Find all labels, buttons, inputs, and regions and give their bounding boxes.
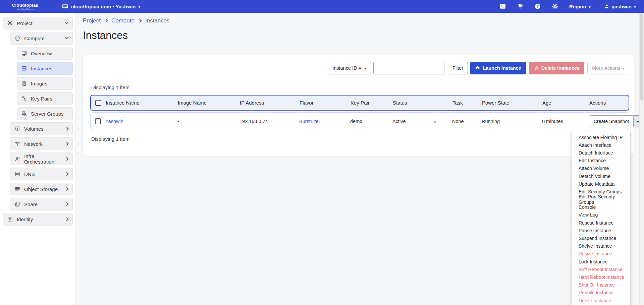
cloud-icon	[14, 35, 20, 41]
breadcrumb-link-project[interactable]: Project	[83, 17, 101, 24]
orchestration-person-icon	[14, 156, 20, 162]
flavor-link[interactable]: BurstLite1	[299, 119, 321, 124]
column-header[interactable]: Task	[452, 100, 482, 106]
unlock-icon	[433, 119, 437, 124]
region-label: Region	[569, 4, 586, 9]
action-menu-item[interactable]: Pause Instance	[572, 227, 630, 234]
sidebar-item-label: Identity	[17, 217, 33, 222]
breadcrumb-link-compute[interactable]: Compute	[111, 17, 135, 24]
gear-icon[interactable]	[552, 3, 558, 10]
action-menu-item[interactable]: Lock Instance	[572, 258, 630, 265]
action-menu-item[interactable]: Detach Interface	[572, 149, 630, 157]
launch-instance-button[interactable]: Launch Instance	[470, 62, 526, 74]
sidebar-item[interactable]: Volumes	[10, 122, 73, 135]
caret-down-icon	[364, 65, 366, 71]
select-all-checkbox[interactable]	[95, 100, 101, 106]
help-icon[interactable]: ?	[534, 3, 541, 10]
top-navbar: Cloudtopiaa Your Cloud Partner cloudtopi…	[0, 0, 644, 13]
brand-logo-text: Cloudtopiaa	[0, 3, 50, 7]
vertical-scrollbar[interactable]	[639, 13, 644, 305]
filter-field-dropdown[interactable]: Instance ID =	[328, 62, 371, 74]
bell-icon[interactable]	[517, 3, 524, 10]
sidebar-item[interactable]: Server Groups	[17, 107, 73, 120]
action-menu-item[interactable]: Edit Port Security Groups	[572, 196, 630, 203]
sidebar-item[interactable]: Overview	[17, 47, 73, 60]
status-text: Active	[392, 119, 406, 124]
sidebar-item[interactable]: Object Storage	[10, 183, 73, 195]
region-dropdown[interactable]: Region	[569, 4, 591, 9]
caret-down-icon	[634, 4, 636, 9]
caret-down-icon	[637, 119, 639, 124]
action-menu-item[interactable]: Attach Volume	[572, 165, 630, 172]
action-menu-item[interactable]: Suspend Instance	[572, 234, 630, 242]
sidebar-nav: Project Compute Overview Instances Image…	[0, 13, 75, 305]
image-file-icon	[21, 80, 27, 86]
action-menu-item[interactable]: Rebuild Instance	[572, 289, 630, 297]
action-menu-item[interactable]: Resize Instance	[572, 250, 630, 258]
action-menu-item[interactable]: Shelve Instance	[572, 242, 630, 250]
sidebar-item[interactable]: Share	[10, 198, 73, 210]
column-header[interactable]: Key Pair	[351, 100, 393, 106]
sidebar-item[interactable]: Network	[10, 137, 73, 150]
brand-logo[interactable]: Cloudtopiaa Your Cloud Partner	[0, 3, 50, 10]
sidebar-item-label: Key Pairs	[31, 96, 52, 102]
table-toolbar: Instance ID = Filter Launch Instance Del…	[90, 62, 629, 74]
action-menu-item[interactable]: Associate Floating IP	[572, 133, 630, 141]
column-header[interactable]: Power State	[482, 100, 542, 106]
chevron-icon	[65, 172, 68, 176]
column-header[interactable]: Status	[393, 100, 452, 106]
svg-text:?: ?	[537, 4, 539, 8]
user-icon	[604, 4, 609, 9]
chevron-icon	[65, 217, 68, 221]
sidebar-item[interactable]: Infra Orchestration	[10, 152, 73, 165]
sidebar-item[interactable]: Images	[17, 77, 73, 90]
cell-image-name: -	[177, 119, 239, 124]
sidebar-item[interactable]: Identity	[3, 213, 73, 226]
instance-name-link[interactable]: Yashwin	[105, 119, 123, 124]
action-menu-item[interactable]: Shut Off Instance	[572, 281, 630, 289]
caret-down-icon	[589, 4, 591, 9]
sidebar-item-label: Overview	[31, 51, 52, 56]
column-header[interactable]: IP Address	[240, 100, 300, 106]
action-menu-item[interactable]: Attach Interface	[572, 141, 630, 149]
search-input[interactable]	[373, 62, 444, 74]
column-header[interactable]: Flavor	[300, 100, 351, 106]
server-icon	[21, 65, 27, 71]
action-menu-item[interactable]: Soft Reboot Instance	[572, 265, 630, 273]
action-menu-item[interactable]: Detach Volume	[572, 172, 630, 180]
sidebar-item[interactable]: Key Pairs	[17, 92, 73, 105]
column-header[interactable]: Age	[542, 100, 589, 106]
column-header[interactable]: Image Name	[178, 100, 240, 106]
create-snapshot-button[interactable]: Create Snapshot	[589, 115, 634, 127]
scrollbar-thumb[interactable]	[640, 13, 643, 101]
sidebar-item[interactable]: Project	[3, 17, 73, 29]
sidebar-item-label: Object Storage	[24, 186, 58, 192]
action-menu-item[interactable]: View Log	[572, 211, 630, 219]
column-header[interactable]: Actions	[589, 100, 642, 106]
sidebar-item[interactable]: DNS	[10, 168, 73, 180]
sidebar-item-label: Compute	[24, 36, 45, 41]
delete-instances-button[interactable]: Delete Instances	[529, 62, 584, 74]
sidebar-item[interactable]: Compute	[10, 32, 73, 45]
column-header[interactable]: Instance Name	[106, 100, 178, 106]
cell-age: 0 minutes	[542, 119, 589, 124]
action-menu-item[interactable]: Edit Instance	[572, 157, 630, 165]
share-pages-icon	[14, 201, 20, 207]
chevron-icon	[65, 127, 68, 130]
action-menu-item[interactable]: Hard Reboot Instance	[572, 273, 630, 281]
sidebar-item-label: Network	[24, 141, 43, 147]
row-checkbox[interactable]	[95, 118, 101, 124]
console-icon[interactable]	[499, 3, 506, 10]
action-menu-item[interactable]: Delete Instance	[572, 297, 630, 304]
cell-power-state: Running	[482, 119, 542, 124]
instances-panel: Instance ID = Filter Launch Instance Del…	[83, 55, 634, 156]
brand-logo-tagline: Your Cloud Partner	[0, 8, 50, 10]
header-checkbox-cell	[91, 100, 106, 106]
filter-button[interactable]: Filter	[448, 62, 468, 74]
more-actions-button[interactable]: More Actions	[587, 62, 629, 74]
user-menu[interactable]: yashwin	[604, 4, 636, 9]
action-menu-item[interactable]: Update Metadata	[572, 180, 630, 188]
sidebar-item[interactable]: Instances	[17, 62, 73, 75]
project-context-switcher[interactable]: cloudtopiaa.com • Yashwin	[62, 3, 141, 10]
action-menu-item[interactable]: Rescue Instance	[572, 219, 630, 227]
